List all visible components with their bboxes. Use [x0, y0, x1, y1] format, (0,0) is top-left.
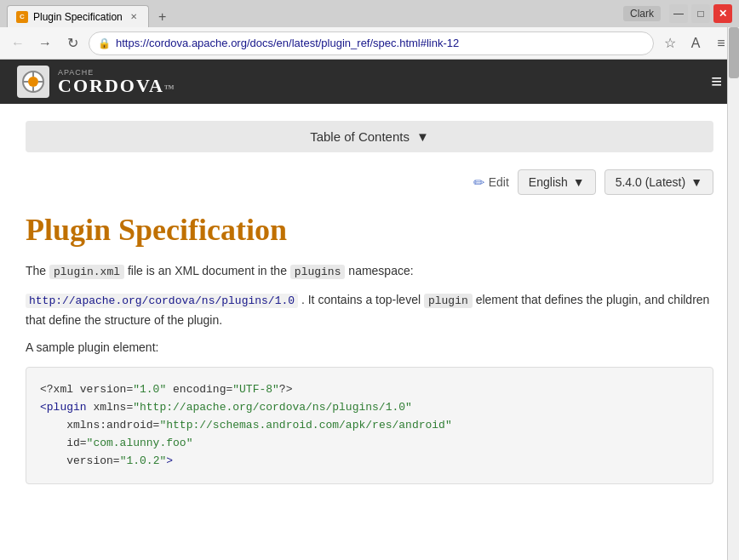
minimize-button[interactable]: —: [669, 4, 688, 23]
url-text: https://cordova.apache.org/docs/en/lates…: [116, 37, 644, 49]
new-tab-button[interactable]: +: [152, 7, 173, 27]
tab-area: C Plugin Specification ✕ +: [7, 0, 623, 27]
language-dropdown[interactable]: English ▼: [518, 169, 596, 195]
star-icon[interactable]: ☆: [659, 32, 681, 54]
trademark-text: ™: [164, 83, 176, 94]
namespace-link[interactable]: http://apache.org/cordova/ns/plugins/1.0: [26, 294, 298, 308]
toc-button[interactable]: Table of Contents ▼: [26, 121, 713, 152]
lock-icon: 🔒: [98, 37, 111, 49]
scrollbar-track[interactable]: [727, 27, 739, 560]
scrollbar-thumb[interactable]: [729, 27, 739, 78]
cordova-logo-text: CORDOVA™: [58, 77, 176, 95]
back-button[interactable]: ←: [7, 32, 29, 54]
intro-text-2: file is an XML document in the: [128, 264, 287, 277]
toc-label: Table of Contents: [310, 129, 410, 144]
tab-title: Plugin Specification: [33, 11, 123, 23]
language-arrow-icon: ▼: [573, 175, 585, 189]
browser-toolbar-icons: ☆ A ≡: [659, 32, 732, 54]
hamburger-button[interactable]: ≡: [711, 71, 722, 93]
plugin-xml-code: plugin.xml: [49, 265, 124, 279]
close-button[interactable]: ✕: [713, 4, 732, 23]
cordova-svg-icon: [21, 70, 45, 94]
edit-button[interactable]: ✏ Edit: [473, 174, 509, 191]
code-line-1: <?xml version="1.0" encoding="UTF-8"?>: [40, 381, 699, 399]
window-titlebar: C Plugin Specification ✕ + Clark — □ ✕: [0, 0, 739, 27]
doc-controls: ✏ Edit English ▼ 5.4.0 (Latest) ▼: [26, 169, 713, 195]
version-label: 5.4.0 (Latest): [616, 175, 686, 189]
plugin-code: plugin: [424, 294, 473, 308]
edit-label: Edit: [489, 175, 509, 189]
code-block: <?xml version="1.0" encoding="UTF-8"?> <…: [26, 367, 713, 484]
intro-text-3: namespace:: [348, 264, 413, 277]
version-arrow-icon: ▼: [690, 175, 702, 189]
intro-paragraph: The plugin.xml file is an XML document i…: [26, 261, 713, 282]
cordova-navbar: APACHE CORDOVA™ ≡: [0, 60, 739, 104]
refresh-button[interactable]: ↻: [61, 32, 83, 54]
namespace-text-after: . It contains a top-level: [301, 293, 421, 306]
code-line-5: version="1.0.2">: [40, 453, 699, 471]
language-label: English: [529, 175, 568, 189]
code-line-2: <plugin xmlns="http://apache.org/cordova…: [40, 399, 699, 417]
cordova-logo: APACHE CORDOVA™: [17, 66, 176, 98]
code-line-4: id="com.alunny.foo": [40, 435, 699, 453]
main-content: Table of Contents ▼ ✏ Edit English ▼ 5.4…: [0, 104, 739, 560]
maximize-button[interactable]: □: [691, 4, 710, 23]
cordova-logo-icon: [17, 66, 49, 98]
tab-close-button[interactable]: ✕: [128, 11, 140, 23]
edit-pencil-icon: ✏: [473, 174, 484, 191]
intro-text-1: The: [26, 264, 46, 277]
toc-arrow-icon: ▼: [416, 129, 429, 144]
plugins-code: plugins: [290, 265, 346, 279]
forward-button[interactable]: →: [34, 32, 56, 54]
browser-tab[interactable]: C Plugin Specification ✕: [7, 5, 149, 27]
account-icon[interactable]: A: [685, 32, 707, 54]
page-title: Plugin Specification: [26, 212, 713, 248]
address-bar[interactable]: 🔒 https://cordova.apache.org/docs/en/lat…: [89, 31, 654, 55]
sample-text: A sample plugin element:: [26, 338, 713, 357]
window-controls: Clark — □ ✕: [623, 4, 732, 23]
browser-toolbar: ← → ↻ 🔒 https://cordova.apache.org/docs/…: [0, 27, 739, 60]
tab-favicon: C: [16, 11, 28, 23]
user-label: Clark: [623, 6, 661, 21]
svg-point-1: [28, 77, 38, 87]
version-dropdown[interactable]: 5.4.0 (Latest) ▼: [604, 169, 713, 195]
code-line-3: xmlns:android="http://schemas.android.co…: [40, 417, 699, 435]
namespace-paragraph: http://apache.org/cordova/ns/plugins/1.0…: [26, 290, 713, 329]
